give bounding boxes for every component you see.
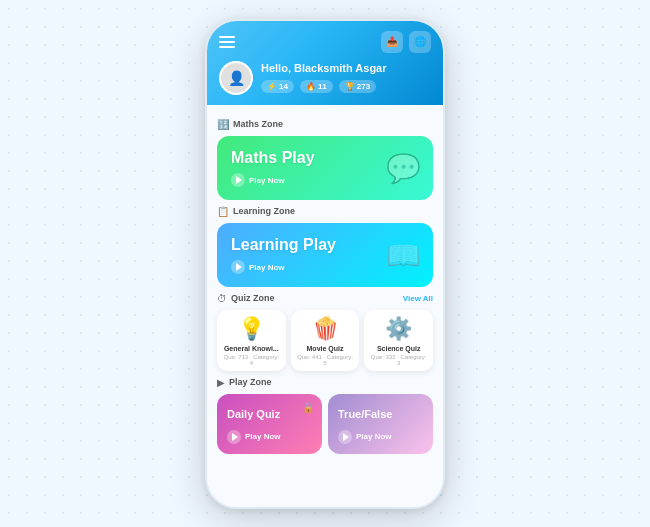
learning-play-label: Play Now (249, 263, 285, 272)
maths-section-header: 🔢 Maths Zone (217, 119, 433, 130)
quiz-section-icon: ⏱ (217, 293, 227, 304)
lightning-icon: ⚡ (267, 82, 277, 91)
user-row: 👤 Hello, Blacksmith Asgar ⚡ 14 🔥 11 🏆 27… (219, 61, 431, 95)
learning-card-deco-icon: 📖 (386, 238, 421, 271)
maths-section-title: Maths Zone (233, 119, 283, 129)
main-content: 🔢 Maths Zone Maths Play Play Now 💬 📋 Lea… (207, 105, 443, 507)
header-right-icons: 📥 🌐 (381, 31, 431, 53)
quiz-section-header: ⏱ Quiz Zone View All (217, 293, 433, 304)
movie-quiz-meta: Que: 441 · Category: 5 (296, 354, 355, 366)
user-info: Hello, Blacksmith Asgar ⚡ 14 🔥 11 🏆 273 (261, 62, 387, 92)
movie-quiz-name: Movie Quiz (307, 345, 344, 353)
view-all-button[interactable]: View All (403, 294, 433, 303)
science-quiz-meta: Que: 332 · Category: 3 (369, 354, 428, 366)
learning-section-title: Learning Zone (233, 206, 295, 216)
learning-play-circle (231, 260, 245, 274)
tf-play-circle (338, 430, 352, 444)
quiz-card-movie[interactable]: 🍿 Movie Quiz Que: 441 · Category: 5 (291, 310, 360, 371)
science-quiz-name: Science Quiz (377, 345, 421, 353)
trophy-icon: 🏆 (345, 82, 355, 91)
true-false-title: True/False (338, 408, 392, 420)
phone-frame: 📥 🌐 👤 Hello, Blacksmith Asgar ⚡ 14 🔥 11 (205, 19, 445, 509)
daily-quiz-title: Daily Quiz (227, 408, 280, 420)
language-icon[interactable]: 🌐 (409, 31, 431, 53)
movie-quiz-emoji-icon: 🍿 (312, 316, 339, 342)
play-section-title: Play Zone (229, 377, 272, 387)
tf-play-triangle-icon (343, 433, 349, 441)
daily-quiz-card[interactable]: Daily Quiz Play Now 🔒 (217, 394, 322, 454)
daily-play-circle (227, 430, 241, 444)
maths-play-card[interactable]: Maths Play Play Now 💬 (217, 136, 433, 200)
quiz-title-row: ⏱ Quiz Zone (217, 293, 275, 304)
maths-play-label: Play Now (249, 176, 285, 185)
maths-title-row: 🔢 Maths Zone (217, 119, 283, 130)
quiz-card-science[interactable]: ⚙️ Science Quiz Que: 332 · Category: 3 (364, 310, 433, 371)
learning-play-card[interactable]: Learning Play Play Now 📖 (217, 223, 433, 287)
general-quiz-emoji-icon: 💡 (238, 316, 265, 342)
header-top-row: 📥 🌐 (219, 31, 431, 53)
true-false-play-btn[interactable]: Play Now (338, 430, 423, 444)
app-header: 📥 🌐 👤 Hello, Blacksmith Asgar ⚡ 14 🔥 11 (207, 21, 443, 105)
science-quiz-emoji-icon: ⚙️ (385, 316, 412, 342)
inbox-icon[interactable]: 📥 (381, 31, 403, 53)
play-zone-row: Daily Quiz Play Now 🔒 True/False Play No… (217, 394, 433, 454)
avatar: 👤 (219, 61, 253, 95)
fire-icon: 🔥 (306, 82, 316, 91)
play-section-header: ▶ Play Zone (217, 377, 433, 388)
learning-play-triangle-icon (236, 263, 242, 271)
play-section-icon: ▶ (217, 377, 225, 388)
general-quiz-name: General Knowi... (224, 345, 279, 353)
maths-play-circle (231, 173, 245, 187)
learning-section-header: 📋 Learning Zone (217, 206, 433, 217)
stat-lightning: ⚡ 14 (261, 80, 294, 93)
stat-fire: 🔥 11 (300, 80, 333, 93)
maths-play-triangle-icon (236, 176, 242, 184)
quiz-cards-row: 💡 General Knowi... Que: 713 · Category: … (217, 310, 433, 371)
stat-trophy: 🏆 273 (339, 80, 376, 93)
true-false-card[interactable]: True/False Play Now (328, 394, 433, 454)
play-title-row: ▶ Play Zone (217, 377, 272, 388)
maths-card-deco-icon: 💬 (386, 151, 421, 184)
daily-play-label: Play Now (245, 432, 281, 441)
maths-section-icon: 🔢 (217, 119, 229, 130)
greeting-text: Hello, Blacksmith Asgar (261, 62, 387, 75)
stats-row: ⚡ 14 🔥 11 🏆 273 (261, 80, 387, 93)
daily-play-triangle-icon (232, 433, 238, 441)
lock-icon: 🔒 (302, 402, 314, 413)
quiz-section-title: Quiz Zone (231, 293, 275, 303)
learning-title-row: 📋 Learning Zone (217, 206, 295, 217)
tf-play-label: Play Now (356, 432, 392, 441)
quiz-card-general[interactable]: 💡 General Knowi... Que: 713 · Category: … (217, 310, 286, 371)
daily-quiz-play-btn[interactable]: Play Now (227, 430, 312, 444)
general-quiz-meta: Que: 713 · Category: 4 (222, 354, 281, 366)
learning-section-icon: 📋 (217, 206, 229, 217)
menu-button[interactable] (219, 36, 235, 48)
